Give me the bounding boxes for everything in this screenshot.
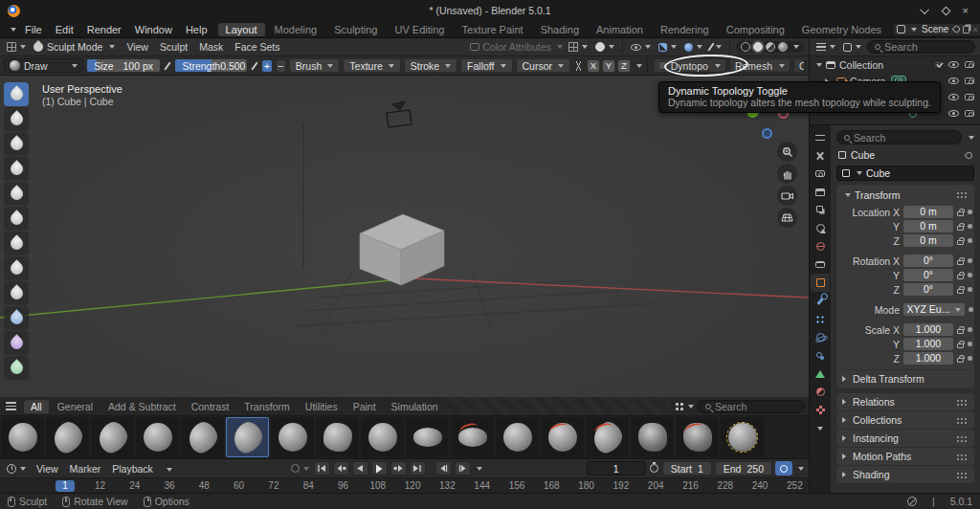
add-brush-button[interactable]: + (261, 59, 272, 73)
brush-thumbnail[interactable] (361, 417, 404, 457)
unlink-icon[interactable]: × (972, 25, 977, 34)
object-name-field[interactable]: Cube (836, 166, 974, 181)
shelf-tab[interactable]: Simulation (385, 400, 445, 413)
viewport-menu-item[interactable]: Face Sets (229, 40, 285, 54)
workspace-tab[interactable]: Sculpting (326, 23, 385, 36)
auto-keying-button[interactable] (289, 463, 311, 474)
sculpt-tool-button[interactable] (4, 281, 29, 305)
workspace-tab[interactable]: Texture Paint (454, 23, 530, 36)
outliner-editor-type-button[interactable] (814, 42, 837, 53)
tool-dropdown[interactable]: Stroke (404, 58, 457, 73)
brush-thumbnail[interactable] (271, 417, 314, 457)
prev-keyframe-button[interactable] (333, 461, 349, 476)
mode-selector[interactable]: Sculpt Mode (32, 40, 117, 54)
animate-dot[interactable] (968, 356, 972, 361)
properties-tab[interactable] (811, 219, 830, 237)
nav-gizmo-z-axis[interactable] (762, 128, 772, 139)
sculpt-tool-button[interactable] (4, 256, 29, 280)
disable-in-render-icon[interactable] (965, 77, 974, 84)
properties-tab[interactable] (811, 292, 830, 310)
outliner-row-collection[interactable]: Collection (810, 56, 980, 73)
window-maximize-icon[interactable] (941, 6, 950, 15)
timeline-menu-item[interactable]: Playback (106, 462, 159, 476)
3d-viewport[interactable]: User Perspective (1) Cube | Cube (0, 76, 809, 397)
sculpt-tool-button[interactable] (4, 132, 29, 156)
menu-item[interactable]: Help (179, 23, 214, 36)
sculpt-tool-button[interactable] (4, 207, 29, 231)
value-field[interactable]: 0 m (903, 234, 953, 247)
animate-dot[interactable] (968, 342, 972, 346)
sculpt-tool-button[interactable] (4, 331, 29, 355)
play-reverse-button[interactable] (352, 461, 368, 476)
annotate-dropdown[interactable] (708, 41, 724, 53)
lock-icon[interactable] (957, 211, 964, 216)
symmetry-axis-toggle[interactable]: Y (602, 59, 615, 73)
workspace-tab[interactable]: Geometry Nodes (794, 23, 889, 36)
scene-selector[interactable]: Scene × (893, 23, 980, 36)
value-field[interactable]: 0° (903, 269, 953, 281)
value-field[interactable]: 0° (903, 254, 953, 267)
step-forward-button[interactable] (455, 461, 471, 476)
shelf-tab[interactable]: Add & Subtract (101, 400, 183, 413)
frame-end-field[interactable]: End250 (715, 461, 772, 476)
menu-item[interactable]: Render (80, 23, 128, 36)
pin-icon[interactable] (965, 150, 974, 160)
tool-dropdown[interactable]: Falloff (460, 58, 512, 73)
lock-icon[interactable] (957, 329, 964, 334)
step-back-button[interactable] (435, 461, 452, 476)
symmetry-axis-toggle[interactable]: X (587, 59, 600, 73)
collapsed-panel[interactable]: Shading (836, 466, 974, 483)
expand-chevron-icon[interactable] (816, 63, 822, 67)
value-field[interactable]: 0 m (903, 206, 953, 218)
shelf-tab[interactable]: Transform (237, 400, 296, 413)
properties-tab[interactable] (811, 274, 830, 292)
frame-start-field[interactable]: Start1 (662, 461, 712, 476)
shelf-tab[interactable]: Contrast (185, 400, 236, 413)
display-mode-button[interactable] (673, 401, 696, 412)
size-slider[interactable]: Size 100 px (86, 58, 161, 73)
camera-view-button[interactable] (777, 186, 797, 206)
properties-tab[interactable] (811, 183, 830, 201)
brush-thumbnail[interactable] (451, 417, 494, 457)
value-field[interactable]: 0 m (903, 220, 953, 232)
shelf-search-field[interactable]: Search (698, 400, 805, 413)
value-field[interactable]: 1.000 (903, 338, 953, 350)
lock-icon[interactable] (957, 260, 964, 265)
brush-thumbnail[interactable] (181, 417, 224, 457)
tool-dropdown[interactable]: Brush (289, 58, 340, 73)
brush-thumbnail[interactable] (676, 417, 719, 457)
animate-dot[interactable] (968, 224, 972, 229)
workspace-tab[interactable]: Modeling (267, 23, 325, 36)
symmetry-axis-toggle[interactable]: Z (617, 59, 631, 73)
timeline-menu-item[interactable]: View (31, 462, 64, 476)
properties-tab[interactable] (811, 255, 830, 274)
value-field[interactable]: 1.000 (903, 352, 953, 365)
hide-in-viewport-icon[interactable] (948, 94, 959, 100)
panel-grip-icon[interactable] (956, 472, 969, 478)
workspace-tab[interactable]: Layout (218, 23, 265, 36)
brush-selector[interactable]: Draw (4, 58, 83, 73)
panel-grip-icon[interactable] (956, 435, 969, 442)
texture-slot-dropdown[interactable] (567, 41, 590, 53)
disable-in-render-icon[interactable] (965, 94, 974, 100)
remove-brush-button[interactable]: − (276, 59, 286, 73)
outliner-display-mode-button[interactable] (841, 42, 863, 53)
next-keyframe-button[interactable] (390, 461, 407, 476)
properties-tab[interactable] (811, 346, 830, 365)
keying-set-button[interactable] (775, 461, 792, 476)
properties-tab[interactable] (811, 328, 830, 346)
color-picker-dropdown[interactable] (593, 41, 616, 53)
workspace-tab[interactable]: Shading (533, 23, 587, 36)
viewport-menu-item[interactable]: View (121, 40, 154, 54)
properties-search-field[interactable]: Search (836, 130, 962, 144)
snap-dropdown[interactable] (657, 42, 679, 53)
workspace-tab[interactable]: UV Editing (387, 23, 452, 36)
panel-grip-icon[interactable] (956, 191, 969, 198)
properties-tab[interactable] (811, 310, 830, 328)
collapsed-panel[interactable]: Relations (836, 393, 974, 410)
strength-slider[interactable]: Strength 0.500 (174, 58, 247, 73)
brush-thumbnail[interactable] (406, 417, 449, 457)
rendered-shading-button[interactable] (778, 42, 788, 52)
brush-thumbnail[interactable] (1, 417, 44, 457)
options-dropdown-clipped[interactable]: O (793, 58, 805, 73)
